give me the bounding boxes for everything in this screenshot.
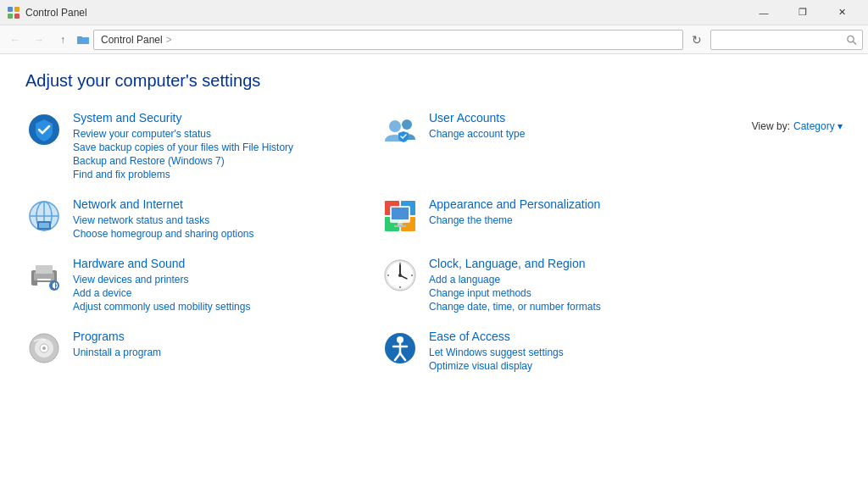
up-button[interactable]: ↑ xyxy=(53,30,73,50)
folder-icon xyxy=(76,33,90,47)
network-icon xyxy=(25,197,63,235)
user-accounts-title[interactable]: User Accounts xyxy=(429,111,525,125)
ease-access-icon xyxy=(381,330,419,367)
view-by: View by: Category ▾ xyxy=(752,120,843,132)
backup-restore-link[interactable]: Backup and Restore (Windows 7) xyxy=(73,155,293,167)
network-content: Network and Internet View network status… xyxy=(73,197,253,240)
programs-icon xyxy=(25,330,63,367)
category-programs: Programs Uninstall a program xyxy=(25,330,348,372)
svg-rect-25 xyxy=(398,223,403,225)
network-status-link[interactable]: View network status and tasks xyxy=(73,214,253,226)
clock-icon xyxy=(381,257,419,294)
review-status-link[interactable]: Review your computer's status xyxy=(73,128,293,140)
page-title: Adjust your computer's settings xyxy=(25,71,843,91)
svg-rect-0 xyxy=(8,7,13,12)
homegroup-link[interactable]: Choose homegroup and sharing options xyxy=(73,228,253,240)
address-bar: ← → ↑ Control Panel > ↻ xyxy=(0,25,868,54)
refresh-button[interactable]: ↻ xyxy=(687,30,707,50)
category-network: Network and Internet View network status… xyxy=(25,197,348,240)
file-history-link[interactable]: Save backup copies of your files with Fi… xyxy=(73,141,293,153)
category-user-accounts: User Accounts Change account type xyxy=(381,111,704,180)
appearance-links: Change the theme xyxy=(429,214,600,226)
svg-line-8 xyxy=(853,41,856,44)
find-fix-link[interactable]: Find and fix problems xyxy=(73,169,293,180)
svg-rect-3 xyxy=(14,14,19,19)
change-theme-link[interactable]: Change the theme xyxy=(429,214,600,226)
add-device-link[interactable]: Add a device xyxy=(73,287,250,299)
category-appearance: Appearance and Personalization Change th… xyxy=(381,197,704,240)
svg-rect-29 xyxy=(36,265,53,274)
clock-content: Clock, Language, and Region Add a langua… xyxy=(429,257,601,313)
main-content: Adjust your computer's settings View by:… xyxy=(0,54,868,389)
network-title[interactable]: Network and Internet xyxy=(73,197,253,211)
input-methods-link[interactable]: Change input methods xyxy=(429,287,601,299)
ease-access-links: Let Windows suggest settings Optimize vi… xyxy=(429,347,564,372)
svg-rect-2 xyxy=(8,14,13,19)
control-panel-icon xyxy=(7,6,20,19)
date-time-formats-link[interactable]: Change date, time, or number formats xyxy=(429,301,601,313)
svg-rect-30 xyxy=(37,279,51,280)
mobility-settings-link[interactable]: Adjust commonly used mobility settings xyxy=(73,301,250,313)
appearance-icon xyxy=(381,197,419,235)
address-path[interactable]: Control Panel > xyxy=(93,30,683,50)
categories-grid: System and Security Review your computer… xyxy=(25,111,704,372)
system-security-links: Review your computer's status Save backu… xyxy=(73,128,293,180)
appearance-content: Appearance and Personalization Change th… xyxy=(429,197,600,226)
hardware-title[interactable]: Hardware and Sound xyxy=(73,257,250,270)
user-accounts-icon xyxy=(381,111,419,148)
window-title: Control Panel xyxy=(25,7,87,19)
search-bar[interactable] xyxy=(710,30,863,50)
forward-button[interactable]: → xyxy=(29,30,49,50)
view-by-label: View by: xyxy=(752,120,790,132)
windows-suggest-link[interactable]: Let Windows suggest settings xyxy=(429,347,564,358)
minimize-button[interactable]: — xyxy=(744,0,783,25)
svg-rect-31 xyxy=(37,282,51,286)
clock-title[interactable]: Clock, Language, and Region xyxy=(429,257,601,270)
programs-content: Programs Uninstall a program xyxy=(73,330,161,358)
maximize-button[interactable]: ❐ xyxy=(783,0,822,25)
appearance-title[interactable]: Appearance and Personalization xyxy=(429,197,600,211)
view-devices-link[interactable]: View devices and printers xyxy=(73,274,250,286)
category-ease-access: Ease of Access Let Windows suggest setti… xyxy=(381,330,704,372)
breadcrumb: Control Panel xyxy=(101,34,163,46)
hardware-links: View devices and printers Add a device A… xyxy=(73,274,250,313)
visual-display-link[interactable]: Optimize visual display xyxy=(429,360,564,372)
svg-point-7 xyxy=(848,36,854,42)
system-security-title[interactable]: System and Security xyxy=(73,111,293,125)
user-accounts-links: Change account type xyxy=(429,128,525,140)
clock-links: Add a language Change input methods Chan… xyxy=(429,274,601,313)
network-links: View network status and tasks Choose hom… xyxy=(73,214,253,240)
category-hardware: Hardware and Sound View devices and prin… xyxy=(25,257,348,313)
programs-title[interactable]: Programs xyxy=(73,330,161,343)
svg-rect-1 xyxy=(14,7,19,12)
svg-rect-18 xyxy=(39,223,49,228)
svg-rect-26 xyxy=(394,225,406,227)
programs-links: Uninstall a program xyxy=(73,347,161,358)
svg-point-10 xyxy=(389,120,401,132)
svg-point-37 xyxy=(398,274,402,277)
user-accounts-content: User Accounts Change account type xyxy=(429,111,525,140)
system-security-icon xyxy=(25,111,63,148)
category-system-security: System and Security Review your computer… xyxy=(25,111,348,180)
search-icon xyxy=(846,34,857,46)
hardware-icon xyxy=(25,257,63,294)
window-controls: — ❐ ✕ xyxy=(744,0,861,25)
back-button[interactable]: ← xyxy=(5,30,25,50)
add-language-link[interactable]: Add a language xyxy=(429,274,601,286)
category-clock: Clock, Language, and Region Add a langua… xyxy=(381,257,704,313)
title-bar: Control Panel — ❐ ✕ xyxy=(0,0,868,25)
view-by-dropdown[interactable]: Category ▾ xyxy=(793,120,843,132)
change-account-type-link[interactable]: Change account type xyxy=(429,128,525,140)
svg-rect-6 xyxy=(77,37,89,44)
uninstall-program-link[interactable]: Uninstall a program xyxy=(73,347,161,358)
close-button[interactable]: ✕ xyxy=(822,0,861,25)
system-security-content: System and Security Review your computer… xyxy=(73,111,293,180)
svg-point-45 xyxy=(42,347,46,350)
ease-access-content: Ease of Access Let Windows suggest setti… xyxy=(429,330,564,372)
search-input[interactable] xyxy=(716,34,846,46)
svg-point-11 xyxy=(402,119,412,130)
hardware-content: Hardware and Sound View devices and prin… xyxy=(73,257,250,313)
ease-access-title[interactable]: Ease of Access xyxy=(429,330,564,343)
svg-rect-24 xyxy=(392,208,409,219)
